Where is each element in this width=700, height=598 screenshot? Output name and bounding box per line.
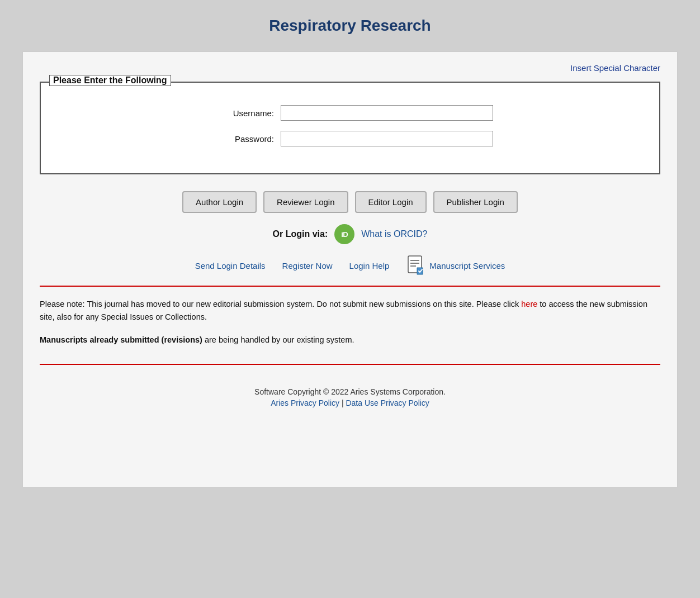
notice-paragraph: Please note: This journal has moved to o… (40, 298, 660, 324)
username-row: Username: (58, 105, 642, 121)
footer-links: Aries Privacy Policy | Data Use Privacy … (40, 398, 660, 407)
copyright-text: Software Copyright © 2022 Aries Systems … (40, 387, 660, 396)
what-is-orcid-link[interactable]: What is ORCID? (361, 229, 427, 239)
password-input[interactable] (281, 131, 493, 146)
footer-pipe: | (342, 398, 344, 407)
password-label: Password: (207, 134, 274, 144)
orcid-prefix-label: Or Login via: (273, 229, 328, 239)
login-buttons-row: Author Login Reviewer Login Editor Login… (40, 191, 660, 213)
login-help-link[interactable]: Login Help (349, 261, 390, 270)
notice-bold-end: are being handled by our existing system… (202, 335, 354, 344)
author-login-button[interactable]: Author Login (182, 191, 257, 213)
orcid-badge-button[interactable]: iD (334, 224, 354, 244)
data-use-privacy-policy-link[interactable]: Data Use Privacy Policy (346, 398, 429, 407)
username-label: Username: (207, 108, 274, 118)
page-title: Respiratory Research (11, 17, 689, 35)
here-link[interactable]: here (521, 300, 537, 309)
orcid-row: Or Login via: iD What is ORCID? (40, 224, 660, 244)
form-legend: Please Enter the Following (49, 75, 171, 86)
notice-bold-start: Manuscripts already submitted (revisions… (40, 335, 202, 344)
publisher-login-button[interactable]: Publisher Login (433, 191, 518, 213)
password-row: Password: (58, 131, 642, 146)
send-login-details-link[interactable]: Send Login Details (195, 261, 266, 270)
reviewer-login-button[interactable]: Reviewer Login (263, 191, 348, 213)
footer: Software Copyright © 2022 Aries Systems … (40, 382, 660, 407)
editor-login-button[interactable]: Editor Login (355, 191, 427, 213)
bottom-red-divider (40, 364, 660, 365)
notice-text-1: Please note: This journal has moved to o… (40, 300, 521, 309)
top-red-divider (40, 286, 660, 287)
manuscript-icon (406, 255, 426, 276)
username-input[interactable] (281, 105, 493, 121)
notice-bold-paragraph: Manuscripts already submitted (revisions… (40, 334, 660, 347)
manuscript-services-link[interactable]: Manuscript Services (406, 255, 505, 276)
insert-special-character-link[interactable]: Insert Special Character (570, 63, 660, 73)
aries-privacy-policy-link[interactable]: Aries Privacy Policy (271, 398, 339, 407)
login-form-box: Please Enter the Following Username: Pas… (40, 82, 660, 174)
register-now-link[interactable]: Register Now (282, 261, 333, 270)
utility-links-row: Send Login Details Register Now Login He… (40, 255, 660, 276)
